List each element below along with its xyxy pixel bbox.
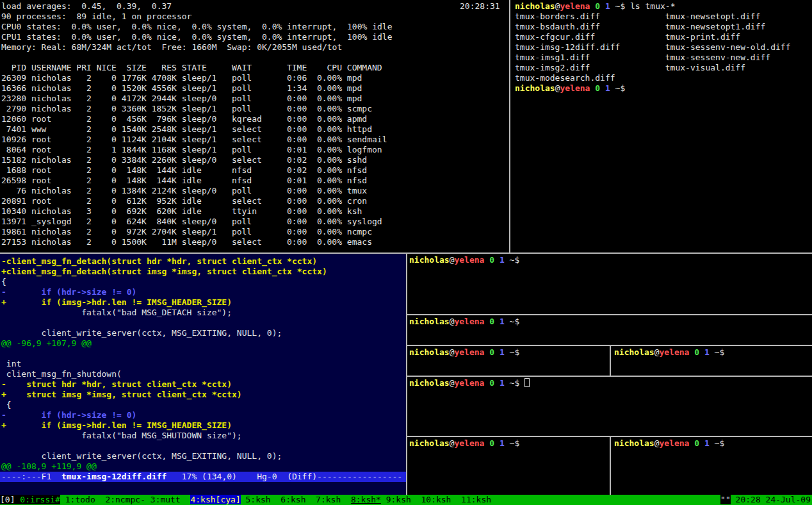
cell-time: 0:00	[277, 94, 307, 104]
cell-username: www	[31, 124, 72, 135]
cell-nice: 0	[97, 227, 117, 237]
process-row: 19861nicholas20972K2704Ksleep/1poll0:000…	[1, 227, 509, 237]
cell-time: 1:34	[277, 83, 307, 94]
prompt-sigil: ~$	[505, 317, 519, 326]
cell-size: 1124K	[122, 135, 147, 145]
window-item-current[interactable]: 8:ksh*	[351, 495, 381, 504]
cell-username: nicholas	[31, 186, 72, 196]
prompt-sigil: ~$	[505, 347, 519, 357]
shell-panes-region: nicholas@yelena 0 1 ~$ nicholas@yelena 0…	[407, 254, 812, 495]
window-items-group-a[interactable]: 1:todo 2:ncmpc- 3:mutt	[60, 495, 191, 504]
shell-pane-3[interactable]: nicholas@yelena 0 1 ~$	[407, 346, 610, 376]
cell-state: sleep/0	[182, 186, 227, 196]
shell-pane-5-active[interactable]: nicholas@yelena 0 1 ~$	[407, 377, 812, 436]
cell-pid: 1688	[1, 165, 26, 176]
cell-state: sleep/1	[182, 135, 227, 145]
process-row: 10340nicholas30692K620Kidlettyin0:000.00…	[1, 206, 509, 217]
pane-shell-ls[interactable]: nicholas@yelena 0 1 ~$ ls tmux-* tmux-bo…	[513, 0, 812, 252]
cell-pri: 2	[76, 135, 91, 145]
cell-size: 148K	[122, 165, 147, 176]
cell-pri: 2	[76, 73, 91, 83]
top-load-averages: load averages: 0.45, 0.39, 0.37	[1, 1, 509, 12]
cell-state: sleep/0	[182, 155, 227, 165]
cell-pri: 2	[76, 124, 91, 135]
shell-pane-6[interactable]: nicholas@yelena 0 1 ~$	[407, 437, 610, 495]
cell-pri: 2	[76, 237, 91, 247]
process-row: 26309nicholas201776K4708Ksleep/1poll0:06…	[1, 73, 509, 83]
shell-pane-4[interactable]: nicholas@yelena 0 1 ~$	[611, 346, 812, 376]
cell-command: sendmail	[347, 135, 387, 145]
cell-command: tmux	[347, 186, 367, 196]
emacs-minibuffer[interactable]	[0, 482, 406, 492]
cell-time: 0:00	[277, 196, 307, 206]
cell-res: 796K	[152, 114, 177, 124]
cell-res: 2124K	[152, 186, 177, 196]
cell-username: root	[31, 196, 72, 206]
cell-state: idle	[182, 165, 227, 176]
cell-state: idle	[182, 196, 227, 206]
cell-username: root	[31, 145, 72, 155]
cell-command: apmd	[347, 114, 367, 124]
col-username: USERNAME	[31, 63, 72, 73]
cell-pid: 26309	[1, 73, 26, 83]
cell-cpu: 0.00%	[312, 217, 342, 227]
prompt-sigil: ~$	[505, 255, 519, 265]
ls-output-row: tmux-imsg2.difftmux-visual.diff	[515, 63, 812, 73]
window-item-ksh-highlight[interactable]: 4:ksh[cya]	[190, 495, 240, 504]
top-summary-line: 90 processes: 89 idle, 1 on processor	[1, 12, 509, 22]
cell-wait: select	[232, 135, 277, 145]
cell-command: mpd	[347, 73, 362, 83]
diff-line: client_msg_fn_shutdown(	[1, 369, 406, 379]
diff-line: fatalx("bad MSG_SHUTDOWN size");	[1, 431, 406, 441]
shell-pane-1[interactable]: nicholas@yelena 0 1 ~$	[407, 254, 812, 314]
diff-line: int	[1, 359, 406, 369]
prompt-num-green: 0	[590, 83, 600, 93]
cell-command: httpd	[347, 124, 372, 135]
cell-size: 1520K	[122, 83, 147, 94]
cell-pri: 2	[76, 176, 91, 186]
cell-wait: nfsd	[232, 165, 277, 176]
cell-pri: 2	[76, 155, 91, 165]
diff-line: @@ -108,9 +119,9 @@	[1, 461, 406, 472]
prompt-host: yelena	[560, 83, 590, 93]
cell-res: 2944K	[152, 94, 177, 104]
cell-pid: 13971	[1, 217, 26, 227]
prompt-host: yelena	[560, 1, 590, 11]
col-cpu: CPU	[312, 63, 342, 73]
cell-cpu: 0.00%	[312, 176, 342, 186]
cell-size: 3360K	[122, 104, 147, 114]
cell-username: nicholas	[31, 155, 72, 165]
file-name: tmux-imsg2.diff	[515, 63, 665, 73]
prompt-num-blue: 1	[494, 255, 505, 265]
window-item-irssi-activity[interactable]: 0:irssi#	[20, 495, 60, 504]
cell-time: 0:00	[277, 206, 307, 217]
window-items-group-c[interactable]: 9:ksh 10:ksh 11:ksh	[381, 495, 491, 504]
pane-emacs[interactable]: -client_msg_fn_detach(struct hdr *hdr, s…	[0, 254, 406, 495]
window-items-group-b[interactable]: 5:ksh 6:ksh 7:ksh	[241, 495, 351, 504]
prompt-sigil: ~$	[610, 83, 625, 93]
shell-pane-2[interactable]: nicholas@yelena 0 1 ~$	[407, 315, 812, 345]
cell-wait: nfsd	[232, 176, 277, 186]
diff-line: - if (hdr->size != 0)	[1, 410, 406, 420]
cell-command: scmpc	[347, 104, 372, 114]
file-name: tmux-sessenv-new.diff	[665, 53, 770, 62]
file-name: tmux-cfgcur.diff	[515, 32, 665, 42]
top-summary: 90 processes: 89 idle, 1 on processorCPU…	[1, 12, 509, 53]
cell-pid: 26598	[1, 176, 26, 186]
cell-command: ncmpc	[347, 227, 372, 237]
cell-time: 0:00	[277, 186, 307, 196]
cell-command: nfsd	[347, 176, 367, 186]
cell-pid: 27153	[1, 237, 26, 247]
cell-wait: ttyin	[232, 206, 277, 217]
diff-line: {	[1, 400, 406, 410]
cell-time: 0:06	[277, 73, 307, 83]
pane-top-processes[interactable]: load averages: 0.45, 0.39, 0.37 20:28:31…	[0, 0, 509, 252]
cell-res: 11M	[152, 237, 177, 247]
cell-pid: 10926	[1, 135, 26, 145]
cell-username: nicholas	[31, 104, 72, 114]
cell-nice: 0	[97, 176, 117, 186]
shell-pane-7[interactable]: nicholas@yelena 0 1 ~$	[611, 437, 812, 495]
diff-line: -client_msg_fn_detach(struct hdr *hdr, s…	[1, 256, 406, 267]
ls-output-row: tmux-borders.difftmux-newsetopt.diff	[515, 12, 812, 22]
col-pid: PID	[1, 63, 26, 73]
